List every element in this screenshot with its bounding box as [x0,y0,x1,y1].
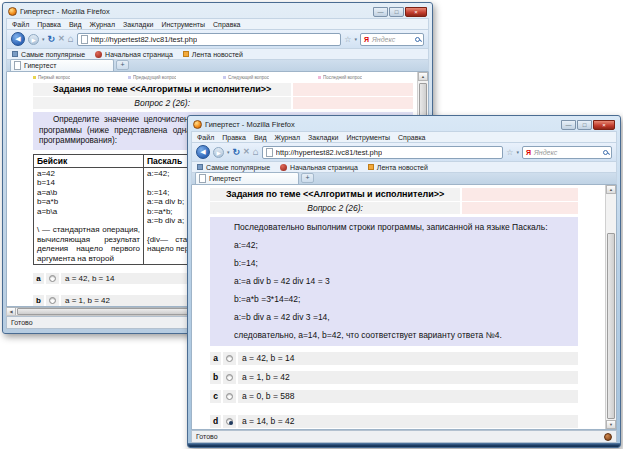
close-button[interactable]: × [593,120,615,130]
bookmark-news-feed[interactable]: Лента новостей [368,164,428,171]
star-dropdown-icon[interactable]: ▾ [354,36,357,42]
scroll-up-icon[interactable]: ▲ [606,185,616,194]
tab-hypertest[interactable]: Гипертест [10,59,114,71]
menu-item-history[interactable]: Журнал [90,21,116,28]
menu-item-file[interactable]: Файл [197,134,214,141]
window-title: Гипертест - Mozilla Firefox [205,120,295,129]
menu-item-help[interactable]: Справка [398,134,425,141]
close-button[interactable]: × [405,7,427,17]
url-text[interactable]: http://hypertest82.ivc81/test.php [276,148,382,157]
yandex-icon: Я [364,36,369,43]
explanation-line: a:=42; [234,240,570,250]
quiz-heading: Задания по теме <<Алгоритмы и исполнител… [33,83,291,96]
maximize-button[interactable]: □ [577,120,592,130]
search-placeholder[interactable]: Яндекс [534,149,600,156]
menu-item-edit[interactable]: Правка [37,21,61,28]
search-icon[interactable] [603,150,608,155]
scroll-left-icon[interactable]: ◀ [7,308,16,315]
stop-icon[interactable]: ✕ [243,147,250,157]
nav-link-prev[interactable]: Предыдущий вопрос [128,75,223,80]
search-icon[interactable] [415,37,420,42]
bookmarks-toolbar: Самые популярные Начальная страница Лент… [6,48,429,59]
question-number: Вопрос 2 (26): [210,202,460,214]
scroll-down-icon[interactable]: ▼ [606,420,616,429]
bookmark-news-feed[interactable]: Лента новостей [183,51,243,58]
menu-item-view[interactable]: Вид [254,134,267,141]
search-input[interactable]: Я Яндекс [522,146,612,159]
nav-link-next[interactable]: Следующий вопрос [223,75,318,80]
menu-item-help[interactable]: Справка [213,21,240,28]
explanation-line: a:=a div b = 42 div 14 = 3 [234,276,570,286]
forward-icon[interactable]: ▶ [213,147,224,158]
heading-side-cell [293,97,413,109]
radio-button[interactable] [226,393,233,400]
bookmark-star-icon[interactable]: ☆ [506,148,513,157]
answer-option-b[interactable]: b a = 1, b = 42 [210,371,578,384]
window-title: Гипертест - Mozilla Firefox [20,7,110,16]
menu-item-tools[interactable]: Инструменты [161,21,205,28]
tab-page-icon [199,174,206,183]
home-icon[interactable]: ⌂ [68,34,74,44]
address-bar[interactable]: http://hypertest82.ivc81/test.php [262,146,504,159]
menu-item-tools[interactable]: Инструменты [346,134,390,141]
menu-item-history[interactable]: Журнал [275,134,301,141]
nav-link-last[interactable]: Последний вопрос [318,75,413,80]
answer-option-d-selected[interactable]: d a = 14, b = 42 [210,415,578,428]
title-bar[interactable]: Гипертест - Mozilla Firefox — □ × [6,3,429,18]
nav-link-first[interactable]: Первый вопрос [33,75,128,80]
menu-bar: Файл Правка Вид Журнал Закладки Инструме… [6,18,429,29]
menu-item-view[interactable]: Вид [69,21,82,28]
bookmark-star-icon[interactable]: ☆ [344,35,351,44]
radio-button[interactable] [49,297,56,304]
yandex-icon: Я [526,149,531,156]
home-icon[interactable]: ⌂ [253,147,259,157]
forward-icon[interactable]: ▶ [28,34,39,45]
new-tab-button[interactable]: + [116,60,129,70]
back-icon[interactable]: ◀ [11,32,25,46]
bookmark-start-page[interactable]: Начальная страница [95,51,173,58]
bookmarks-toolbar: Самые популярные Начальная страница Лент… [191,161,617,172]
menu-item-bookmarks[interactable]: Закладки [123,21,153,28]
bookmark-start-page[interactable]: Начальная страница [280,164,358,171]
minimize-button[interactable]: — [561,120,576,130]
bookmark-most-visited[interactable]: Самые популярные [197,164,270,171]
reload-icon[interactable]: ↻ [233,147,241,157]
explanation-line: b:=a*b =3*14=42; [234,294,570,304]
heading-side-cell [293,83,413,96]
stop-icon[interactable]: ✕ [58,34,65,44]
menu-item-bookmarks[interactable]: Закладки [308,134,338,141]
url-text[interactable]: http://hypertest82.ivc81/test.php [91,35,197,44]
nav-link-icon [128,76,131,79]
maximize-button[interactable]: □ [389,7,404,17]
vertical-scrollbar[interactable]: ▲ ▼ [605,185,616,429]
minimize-button[interactable]: — [373,7,388,17]
back-icon[interactable]: ◀ [196,145,210,159]
bookmark-most-visited[interactable]: Самые популярные [12,51,85,58]
search-placeholder[interactable]: Яндекс [372,36,412,43]
title-bar[interactable]: Гипертест - Mozilla Firefox — □ × [191,116,617,131]
radio-button[interactable] [226,374,233,381]
history-dropdown-icon[interactable]: ▾ [227,149,230,155]
radio-button[interactable] [49,275,56,282]
answer-option-a[interactable]: a a = 42, b = 14 [210,352,578,365]
new-tab-button[interactable]: + [301,173,314,183]
scroll-up-icon[interactable]: ▲ [418,72,428,81]
reload-icon[interactable]: ↻ [48,34,56,44]
history-dropdown-icon[interactable]: ▾ [42,36,45,42]
search-input[interactable]: Я Яндекс [360,33,424,46]
tab-hypertest[interactable]: Гипертест [195,172,299,184]
window-frame-bottom [188,443,620,447]
radio-button-selected[interactable] [226,418,233,425]
menu-item-edit[interactable]: Правка [222,134,246,141]
most-visited-icon [197,164,203,170]
navigation-toolbar: ◀ ▶ ▾ ↻ ✕ ⌂ http://hypertest82.ivc81/tes… [6,29,429,48]
menu-item-file[interactable]: Файл [12,21,29,28]
basic-code-cell: a=42 b=14 a=a\b b=a*b a=b\a \ — стандарт… [34,167,144,265]
address-bar[interactable]: http://hypertest82.ivc81/test.php [77,33,342,46]
star-dropdown-icon[interactable]: ▾ [516,149,519,155]
answer-option-c[interactable]: c a = 0, b = 588 [210,390,578,403]
status-bar: Готово [191,430,617,443]
radio-button[interactable] [226,355,233,362]
scrollbar-thumb[interactable] [607,233,615,419]
column-header-basic: Бейсик [34,154,144,167]
